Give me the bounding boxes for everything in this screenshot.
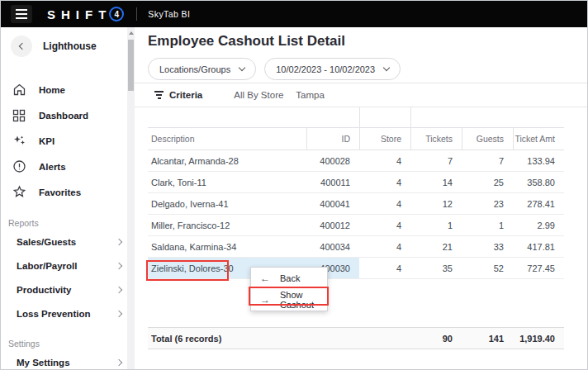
chevron-right-icon	[116, 238, 122, 244]
sidebar-item-label: KPI	[39, 136, 55, 146]
locations-groups-dropdown[interactable]: Locations/Groups	[148, 58, 256, 80]
cell-tickets: 7	[410, 150, 462, 171]
kpi-icon	[12, 134, 26, 149]
cell-store: 4	[359, 236, 410, 257]
sidebar-scrollbar-thumb[interactable]	[128, 40, 134, 91]
table-row-selected[interactable]: Zielinski, Dolores-30 400030 4 35 52 727…	[148, 258, 564, 279]
chevron-right-icon	[116, 358, 122, 365]
filter-icon	[154, 91, 164, 99]
arrow-left-icon: ←	[260, 273, 270, 283]
column-header-guests[interactable]: Guests	[462, 128, 513, 149]
cell-ticket-amt: 417.81	[513, 236, 564, 257]
sidebar-item-kpi[interactable]: KPI	[1, 128, 135, 154]
sidebar-item-my-settings[interactable]: My Settings	[1, 350, 135, 370]
criteria-value-location: Tampa	[296, 90, 325, 100]
menu-item-label: Back	[280, 273, 300, 283]
criteria-label[interactable]: Criteria	[169, 90, 202, 100]
cell-guests: 25	[462, 172, 513, 192]
table-row[interactable]: Miller, Francisco-12 400012 4 1 1 2.99	[148, 215, 564, 236]
total-tickets: 90	[410, 328, 462, 349]
sidebar-item-label: My Settings	[17, 358, 70, 368]
column-header-tickets[interactable]: Tickets	[410, 128, 462, 149]
dashboard-icon	[12, 108, 26, 123]
table-row[interactable]: Saldana, Karmina-34 400034 4 21 33 417.8…	[148, 236, 564, 258]
sidebar-nav: Home Dashboard KPI	[1, 77, 135, 205]
sidebar-item-label: Home	[39, 85, 65, 95]
cell-description: Alcantar, Armanda-28	[148, 150, 306, 171]
table-row[interactable]: Clark, Toni-11 400011 4 14 25 358.80	[148, 172, 564, 193]
menu-item-back[interactable]: ← Back	[251, 268, 327, 289]
sidebar-scrollbar[interactable]	[127, 27, 135, 370]
table-header-row: Description ID Store Tickets Guests Tick…	[148, 127, 564, 150]
sidebar-item-alerts[interactable]: Alerts	[1, 154, 135, 179]
cell-tickets: 12	[410, 193, 462, 214]
locations-groups-label: Locations/Groups	[159, 64, 230, 74]
cell-store: 4	[359, 172, 410, 192]
sidebar-item-home[interactable]: Home	[1, 77, 135, 102]
table-empty-space	[148, 279, 564, 327]
cell-description: Miller, Francisco-12	[148, 215, 306, 235]
cell-store: 4	[359, 258, 410, 278]
column-header-ticket-amt[interactable]: Ticket Amt	[513, 128, 564, 149]
column-header-id[interactable]: ID	[306, 128, 359, 149]
context-menu: ← Back → Show Cashout	[250, 267, 328, 311]
cashout-table: Description ID Store Tickets Guests Tick…	[148, 107, 564, 349]
main-content: Employee Cashout List Detail Locations/G…	[135, 27, 587, 369]
section-label-settings: Settings	[1, 337, 135, 350]
total-label: Total (6 records)	[148, 328, 410, 349]
page-title: Employee Cashout List Detail	[148, 32, 587, 50]
table-band-row	[148, 107, 564, 127]
cell-ticket-amt: 133.94	[513, 150, 564, 171]
sidebar-item-label: Dashboard	[39, 111, 88, 121]
sidebar: Lighthouse Home Dashboard	[1, 27, 135, 370]
arrow-right-icon: →	[260, 295, 270, 305]
cell-id: 400028	[306, 150, 359, 171]
shift4-logo: SHIFT 4	[47, 7, 124, 21]
filter-bar: Locations/Groups 10/02/2023 - 10/02/2023	[148, 58, 587, 80]
cell-tickets: 21	[410, 236, 462, 257]
sidebar-item-loss-prevention[interactable]: Loss Prevention	[1, 301, 135, 325]
date-range-dropdown[interactable]: 10/02/2023 - 10/02/2023	[264, 58, 401, 80]
criteria-value-store: All By Store	[234, 90, 283, 100]
cell-guests: 1	[462, 215, 513, 235]
cell-ticket-amt: 727.45	[513, 258, 564, 278]
sidebar-header: Lighthouse	[1, 27, 135, 57]
sidebar-item-dashboard[interactable]: Dashboard	[1, 102, 135, 128]
cell-ticket-amt: 2.99	[513, 215, 564, 235]
sidebar-item-label: Alerts	[39, 162, 66, 172]
sidebar-item-labor-payroll[interactable]: Labor/Payroll	[1, 254, 135, 278]
cell-id: 400034	[306, 236, 359, 257]
sidebar-item-label: Labor/Payroll	[17, 261, 78, 271]
cell-description: Clark, Toni-11	[148, 172, 306, 192]
cell-id: 400041	[306, 193, 359, 214]
cell-store: 4	[359, 215, 410, 235]
home-icon	[12, 83, 26, 97]
sidebar-item-label: Loss Prevention	[17, 309, 90, 319]
date-range-label: 10/02/2023 - 10/02/2023	[276, 64, 375, 74]
column-header-description[interactable]: Description	[148, 128, 306, 149]
sidebar-item-label: Favorites	[39, 187, 81, 197]
cell-store: 4	[359, 150, 410, 171]
table-row[interactable]: Alcantar, Armanda-28 400028 4 7 7 133.94	[148, 150, 564, 172]
table-row[interactable]: Delgado, Iverna-41 400041 4 12 23 278.41	[148, 193, 564, 215]
sidebar-item-sales-guests[interactable]: Sales/Guests	[1, 230, 135, 254]
cell-id: 400012	[306, 215, 359, 235]
sidebar-item-favorites[interactable]: Favorites	[1, 179, 135, 205]
column-header-store[interactable]: Store	[359, 128, 410, 149]
cell-guests: 33	[462, 236, 513, 257]
scroll-up-arrow-icon[interactable]	[129, 31, 134, 35]
menu-item-show-cashout[interactable]: → Show Cashout	[251, 289, 327, 311]
collapse-sidebar-button[interactable]	[11, 36, 32, 57]
sidebar-item-label: Productivity	[17, 285, 71, 295]
section-label-reports: Reports	[1, 216, 135, 230]
cell-store: 4	[359, 193, 410, 214]
brand-text: SHIFT	[47, 7, 111, 21]
topbar: SHIFT 4 SkyTab BI	[1, 1, 587, 27]
cell-guests: 52	[462, 258, 513, 278]
sidebar-item-productivity[interactable]: Productivity	[1, 278, 135, 301]
sidebar-header-label: Lighthouse	[43, 40, 97, 52]
total-guests: 141	[462, 328, 513, 349]
hamburger-menu-icon[interactable]	[11, 5, 32, 23]
cell-ticket-amt: 278.41	[513, 193, 564, 214]
table-total-row: Total (6 records) 90 141 1,919.40	[148, 327, 564, 349]
